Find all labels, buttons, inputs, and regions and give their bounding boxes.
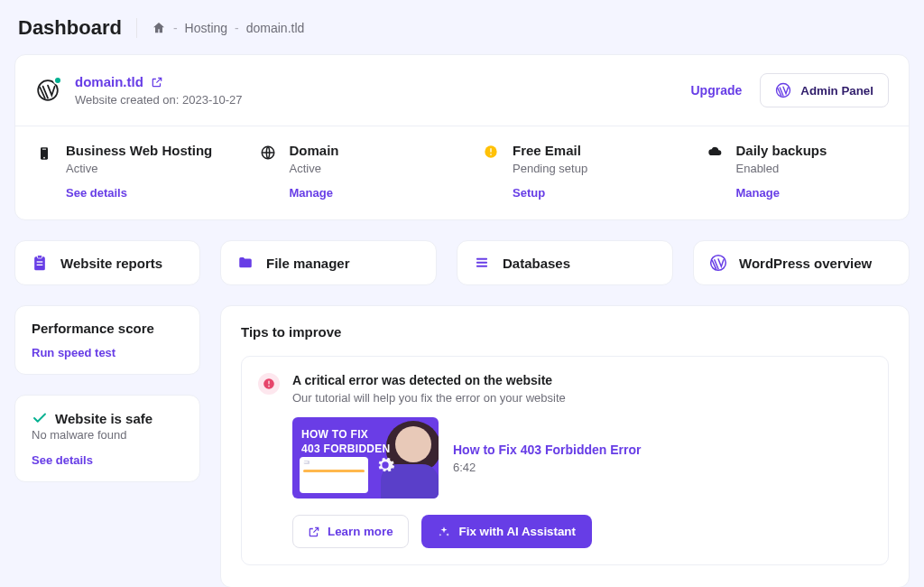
breadcrumb-domain[interactable]: domain.tld [246, 21, 305, 35]
svg-rect-12 [37, 265, 43, 266]
tutorial-thumbnail[interactable]: HOW TO FIX 403 FORBIDDEN ERROR [292, 417, 439, 498]
svg-rect-9 [34, 256, 45, 270]
svg-point-3 [43, 157, 45, 159]
file-manager-label: File manager [266, 256, 350, 271]
website-safe-title: Website is safe [55, 411, 152, 426]
svg-rect-13 [476, 258, 487, 260]
hosting-status: Active [66, 162, 212, 175]
breadcrumb-sep: - [235, 21, 239, 35]
external-link-icon[interactable] [151, 76, 163, 89]
databases-label: Databases [503, 256, 570, 271]
svg-rect-14 [476, 262, 487, 264]
cloud-icon [706, 143, 724, 200]
svg-rect-18 [268, 381, 269, 385]
breadcrumb-hosting[interactable]: Hosting [185, 21, 227, 35]
folder-icon [236, 255, 255, 271]
svg-rect-11 [37, 261, 43, 262]
admin-panel-label: Admin Panel [800, 84, 873, 98]
svg-point-19 [268, 386, 270, 387]
page-title: Dashboard [18, 16, 122, 40]
admin-panel-button[interactable]: Admin Panel [760, 73, 889, 107]
hosting-icon [35, 143, 53, 200]
email-status-cell: Free Email Pending setup Setup [462, 126, 686, 219]
clipboard-icon [30, 254, 50, 272]
tip-item: A critical error was detected on the web… [241, 356, 889, 565]
home-icon[interactable] [152, 21, 166, 35]
website-safe-sub: No malware found [32, 428, 183, 442]
tutorial-title-link[interactable]: How to Fix 403 Forbidden Error [453, 443, 641, 457]
performance-card: Performance score Run speed test [14, 305, 200, 375]
thumbnail-text: HOW TO FIX 403 FORBIDDEN ERROR [301, 428, 391, 471]
external-link-icon [308, 526, 320, 538]
site-domain-link[interactable]: domain.tld [75, 74, 143, 89]
tips-heading: Tips to improve [241, 324, 889, 340]
database-icon [472, 256, 492, 270]
tips-card: Tips to improve A critical error was det… [220, 305, 910, 587]
breadcrumb: - Hosting - domain.tld [152, 21, 304, 35]
divider [136, 18, 137, 38]
svg-rect-10 [38, 256, 42, 258]
email-status: Pending setup [513, 162, 587, 175]
email-setup-link[interactable]: Setup [513, 186, 545, 200]
website-reports-label: Website reports [60, 256, 162, 271]
breadcrumb-sep: - [173, 21, 178, 35]
svg-rect-7 [490, 148, 491, 153]
file-manager-card[interactable]: File manager [220, 240, 437, 285]
backups-manage-link[interactable]: Manage [736, 186, 780, 200]
hosting-see-details-link[interactable]: See details [66, 186, 127, 200]
run-speed-test-link[interactable]: Run speed test [32, 346, 116, 359]
backups-title: Daily backups [736, 143, 827, 158]
tip-title: A critical error was detected on the web… [292, 373, 566, 387]
check-icon [32, 410, 48, 426]
wordpress-overview-card[interactable]: WordPress overview [693, 240, 910, 285]
svg-rect-4 [42, 149, 46, 150]
svg-point-8 [490, 154, 492, 155]
hosting-status-cell: Business Web Hosting Active See details [15, 126, 239, 219]
learn-more-button[interactable]: Learn more [292, 515, 409, 548]
globe-icon [259, 143, 277, 200]
website-safe-card: Website is safe No malware found See det… [14, 395, 200, 482]
fix-ai-button[interactable]: Fix with AI Assistant [421, 515, 592, 548]
email-title: Free Email [513, 143, 587, 158]
alert-icon [258, 373, 280, 395]
performance-title: Performance score [32, 321, 183, 336]
tip-sub: Our tutorial will help you fix the error… [292, 391, 566, 405]
wordpress-overview-label: WordPress overview [739, 256, 872, 271]
hosting-title: Business Web Hosting [66, 143, 212, 158]
website-reports-card[interactable]: Website reports [14, 240, 200, 285]
domain-title: Domain [290, 143, 339, 158]
sparkle-icon [438, 526, 450, 538]
upgrade-link[interactable]: Upgrade [690, 83, 742, 98]
backups-status-cell: Daily backups Enabled Manage [686, 126, 910, 219]
domain-status-cell: Domain Active Manage [239, 126, 463, 219]
fix-ai-label: Fix with AI Assistant [459, 525, 576, 538]
domain-status: Active [290, 162, 339, 175]
tutorial-duration: 6:42 [453, 461, 641, 474]
svg-rect-15 [476, 266, 487, 267]
wordpress-icon [35, 78, 60, 103]
safety-see-details-link[interactable]: See details [32, 453, 93, 467]
site-created-label: Website created on: 2023-10-27 [75, 93, 243, 107]
databases-card[interactable]: Databases [457, 240, 673, 285]
domain-manage-link[interactable]: Manage [290, 186, 333, 200]
backups-status: Enabled [736, 162, 827, 175]
warning-icon [482, 143, 500, 200]
learn-more-label: Learn more [328, 525, 393, 538]
wordpress-icon [775, 82, 791, 98]
site-overview-card: domain.tld Website created on: 2023-10-2… [14, 54, 910, 220]
wordpress-icon [708, 254, 728, 272]
